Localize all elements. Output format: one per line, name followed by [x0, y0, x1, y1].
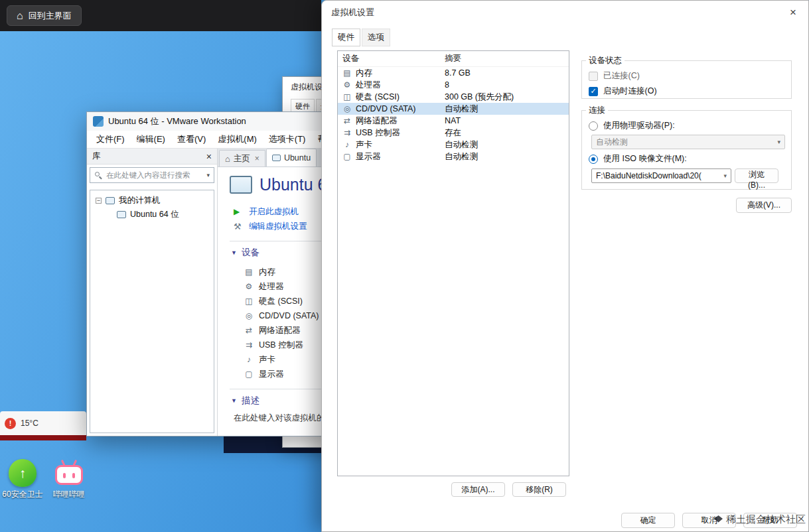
cd-icon: ◎: [342, 104, 352, 113]
cell-device: 内存: [356, 68, 372, 79]
radio-label: 使用 ISO 映像文件(M):: [603, 153, 687, 165]
chevron-down-icon[interactable]: ▾: [206, 172, 210, 178]
connect-at-poweron-checkbox[interactable]: ✓: [589, 87, 598, 96]
device-label: 声卡: [259, 354, 275, 366]
memory-icon: ▤: [244, 267, 254, 277]
back-to-main-button[interactable]: ⌂ 回到主界面: [7, 5, 82, 26]
tab-strip: ⌂ 主页 × Ubuntu: [218, 149, 332, 167]
iso-image-radio[interactable]: [589, 155, 598, 164]
column-header-summary[interactable]: 摘要: [445, 53, 569, 64]
table-row-network[interactable]: ⇄网络适配器 NAT: [338, 115, 569, 127]
desktop: ⌂ 回到主界面 ! 15°C ↑ 60安全卫士 哔哩哔哩 虚拟机设置 硬件 选项…: [0, 0, 809, 532]
device-item-display[interactable]: ▢ 显示器: [244, 367, 332, 381]
device-status-group: 设备状态 已连接(C) ✓ 启动时连接(O): [581, 55, 792, 99]
power-on-link[interactable]: ▶ 开启此虚拟机: [234, 204, 332, 219]
physical-drive-radio[interactable]: [589, 121, 598, 131]
device-label: CD/DVD (SATA): [259, 311, 319, 320]
physical-drive-row[interactable]: 使用物理驱动器(P):: [589, 120, 791, 131]
desktop-icon-360-security[interactable]: ↑ 60安全卫士: [1, 459, 44, 500]
table-row-cdrom[interactable]: ◎CD/DVD (SATA) 自动检测: [338, 103, 569, 115]
table-row-usb[interactable]: ⇉USB 控制器 存在: [338, 127, 569, 139]
tab-hardware[interactable]: 硬件: [332, 29, 360, 46]
device-label: 内存: [259, 267, 275, 278]
tab-label: 主页: [234, 153, 250, 165]
device-item-memory[interactable]: ▤ 内存: [244, 265, 332, 279]
iso-path-select[interactable]: F:\BaiduNetdiskDownload\20( ▾: [591, 168, 731, 183]
collapse-icon[interactable]: −: [96, 198, 102, 204]
desktop-icon-bilibili[interactable]: 哔哩哔哩: [48, 459, 90, 500]
section-title: 描述: [242, 395, 259, 407]
memory-icon: ▤: [342, 68, 352, 78]
close-icon[interactable]: ×: [790, 6, 796, 19]
tab-ubuntu[interactable]: Ubuntu: [266, 149, 317, 166]
cell-summary: 300 GB (预先分配): [445, 92, 569, 103]
advanced-button[interactable]: 高级(V)...: [736, 198, 792, 213]
weather-widget[interactable]: ! 15°C: [0, 411, 86, 435]
home-icon: ⌂: [17, 11, 23, 21]
tab-home[interactable]: ⌂ 主页 ×: [219, 150, 265, 166]
remove-button[interactable]: 移除(R): [512, 482, 566, 497]
display-icon: ▢: [342, 152, 352, 161]
edit-settings-link[interactable]: ⚒ 编辑虚拟机设置: [234, 219, 332, 233]
table-row-memory[interactable]: ▤内存 8.7 GB: [338, 67, 569, 79]
close-icon[interactable]: ×: [206, 151, 212, 162]
menu-tabs[interactable]: 选项卡(T): [263, 131, 312, 147]
tree-item-my-computer[interactable]: − 我的计算机: [90, 194, 214, 208]
device-item-sound[interactable]: ♪ 声卡: [244, 352, 332, 367]
cell-device: 处理器: [356, 80, 381, 91]
device-label: 网络适配器: [259, 325, 301, 336]
device-item-usb[interactable]: ⇉ USB 控制器: [244, 338, 332, 352]
library-search-input[interactable]: 在此处键入内容进行搜索 ▾: [90, 167, 214, 183]
cell-device: 声卡: [356, 139, 372, 151]
usb-icon: ⇉: [342, 128, 352, 137]
vm-settings-dialog: 虚拟机设置 × 硬件 选项 设备 摘要 ▤内存 8.7 GB ⚙处理器 8 ◫硬…: [321, 0, 809, 532]
vmware-main-area: ⌂ 主页 × Ubuntu Ubuntu 64 ▶: [218, 149, 332, 436]
vmware-titlebar[interactable]: Ubuntu 64 位 - VMware Workstation: [87, 112, 332, 131]
table-row-disk[interactable]: ◫硬盘 (SCSI) 300 GB (预先分配): [338, 91, 569, 103]
library-tree: − 我的计算机 Ubuntu 64 位: [90, 190, 214, 433]
device-item-processor[interactable]: ⚙ 处理器: [244, 279, 332, 294]
table-row-display[interactable]: ▢显示器 自动检测: [338, 151, 569, 163]
tree-item-ubuntu[interactable]: Ubuntu 64 位: [90, 208, 214, 222]
ok-button[interactable]: 确定: [621, 513, 675, 528]
menu-edit[interactable]: 编辑(E): [131, 131, 171, 147]
iso-image-row[interactable]: 使用 ISO 映像文件(M):: [589, 153, 791, 165]
close-icon[interactable]: ×: [255, 154, 259, 163]
browse-button[interactable]: 浏览(B)...: [735, 168, 778, 183]
table-row-sound[interactable]: ♪声卡 自动检测: [338, 139, 569, 151]
tab-options[interactable]: 选项: [362, 29, 390, 46]
section-title: 设备: [242, 247, 259, 259]
menu-vm[interactable]: 虚拟机(M): [212, 131, 263, 147]
dialog-title: 虚拟机设置: [331, 7, 374, 19]
connected-checkbox[interactable]: [589, 72, 598, 81]
play-icon: ▶: [234, 207, 243, 216]
device-item-disk[interactable]: ◫ 硬盘 (SCSI): [244, 294, 332, 308]
device-item-network[interactable]: ⇄ 网络适配器: [244, 323, 332, 338]
connection-group: 连接 使用物理驱动器(P): 自动检测 ▾ 使用 ISO 映像文件(M): F:…: [581, 105, 792, 190]
menu-bar: 文件(F) 编辑(E) 查看(V) 虚拟机(M) 选项卡(T) 帮助(H): [87, 131, 332, 148]
check-icon: ✓: [590, 87, 596, 96]
devices-section-header[interactable]: ▼ 设备: [231, 247, 332, 259]
cell-summary: 存在: [445, 127, 569, 139]
menu-file[interactable]: 文件(F): [90, 131, 131, 147]
physical-drive-select[interactable]: 自动检测 ▾: [591, 135, 785, 149]
add-button[interactable]: 添加(A)...: [451, 482, 505, 497]
sound-icon: ♪: [244, 355, 254, 364]
vmware-logo-icon: [93, 116, 104, 127]
device-item-cdrom[interactable]: ◎ CD/DVD (SATA): [244, 308, 332, 323]
connected-row[interactable]: 已连接(C): [589, 70, 791, 82]
hardware-table: 设备 摘要 ▤内存 8.7 GB ⚙处理器 8 ◫硬盘 (SCSI) 300 G…: [337, 50, 569, 476]
tree-item-label: 我的计算机: [119, 195, 161, 206]
chevron-down-icon: ▾: [777, 139, 780, 145]
dialog-titlebar[interactable]: 虚拟机设置 ×: [322, 1, 808, 25]
description-text[interactable]: 在此处键入对该虚拟机的: [234, 413, 332, 424]
table-row-processor[interactable]: ⚙处理器 8: [338, 79, 569, 91]
menu-view[interactable]: 查看(V): [171, 131, 212, 147]
connect-at-poweron-row[interactable]: ✓ 启动时连接(O): [589, 86, 791, 97]
collapse-icon: ▼: [231, 249, 237, 256]
tab-strip: 硬件 选项: [332, 29, 390, 46]
cell-device: 硬盘 (SCSI): [356, 92, 400, 103]
description-section-header[interactable]: ▼ 描述: [231, 395, 332, 407]
column-header-device[interactable]: 设备: [338, 53, 445, 64]
select-value: 自动检测: [596, 137, 628, 148]
